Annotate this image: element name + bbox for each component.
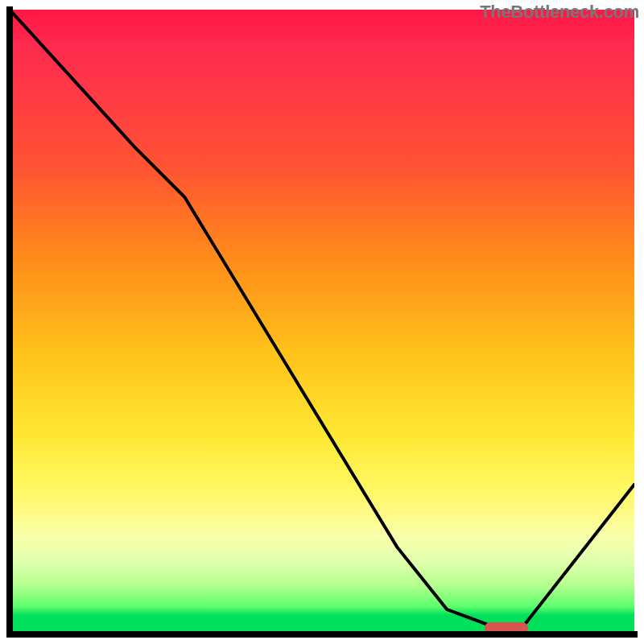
optimal-zone-marker [485,622,528,634]
watermark-text: TheBottleneck.com [480,2,639,23]
bottleneck-chart: TheBottleneck.com [0,0,644,644]
plot-area [10,10,634,634]
